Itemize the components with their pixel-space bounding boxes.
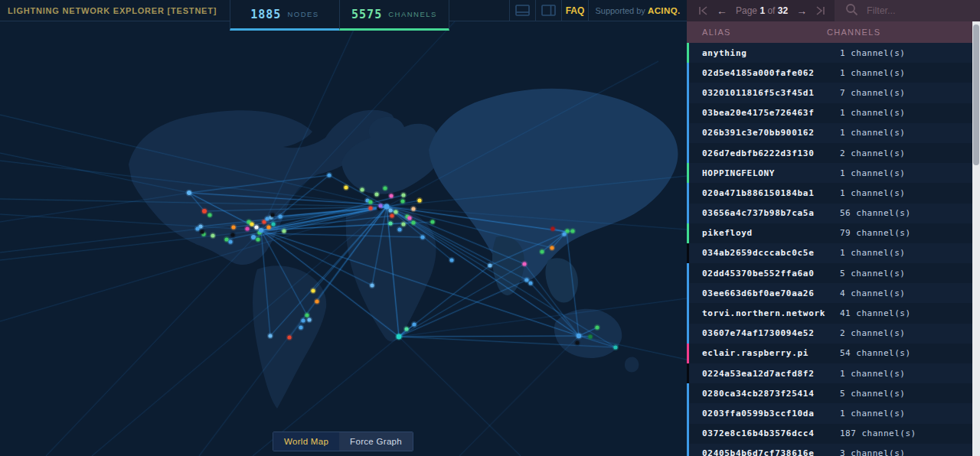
table-row[interactable]: torvi.northern.network 41 channel(s) [687, 303, 980, 323]
channels-count: 5575 [351, 8, 382, 21]
node-channel-count: 56 channel(s) [840, 208, 911, 218]
node-channel-count: 41 channel(s) [840, 308, 911, 318]
table-row[interactable]: 020a471b886150184ba1 1 channel(s) [687, 183, 980, 203]
node-channel-count: 1 channel(s) [840, 369, 905, 379]
toggle-side-panel-button[interactable] [535, 0, 561, 21]
table-row[interactable]: 03ee663d6bf0ae70aa26 4 channel(s) [687, 283, 980, 303]
top-actions: FAQ Supported by ACINQ. [509, 0, 687, 21]
split-vertical-icon [541, 5, 556, 16]
table-row[interactable]: 02dd45370be552ffa6a0 5 channel(s) [687, 263, 980, 283]
node-channel-count: 5 channel(s) [840, 269, 905, 278]
node-alias: 03ee663d6bf0ae70aa26 [689, 288, 840, 298]
node-alias: torvi.northern.network [689, 308, 840, 318]
node-channel-count: 1 channel(s) [840, 68, 905, 78]
scrollbar-thumb[interactable] [973, 24, 979, 165]
node-channel-count: 2 channel(s) [840, 148, 905, 158]
first-page-button[interactable] [698, 6, 708, 15]
filter-box [835, 0, 980, 21]
node-channel-count: 1 channel(s) [840, 409, 905, 419]
node-alias: 026d7edbfb6222d3f130 [689, 148, 840, 158]
node-channel-count: 79 channel(s) [840, 228, 911, 238]
alias-column-header: ALIAS [687, 28, 827, 37]
node-channel-count: 187 channel(s) [840, 428, 916, 438]
channels-column-header: CHANNELS [827, 28, 880, 37]
table-row[interactable]: 03607e74af1730094e52 2 channel(s) [687, 324, 980, 344]
page-title: LIGHTNING NETWORK EXPLORER [TESTNET] [0, 6, 217, 15]
node-alias: 0224a53ea12d7acfd8f2 [689, 369, 840, 379]
table-row[interactable]: 03656a4c737b98b7ca5a 56 channel(s) [687, 204, 980, 223]
prev-page-button[interactable]: ← [717, 5, 727, 16]
node-channel-count: 1 channel(s) [840, 128, 905, 138]
supported-by-label: Supported by [595, 6, 645, 15]
table-row[interactable]: 0203ffa0599b3ccf10da 1 channel(s) [687, 403, 980, 423]
node-alias: 03607e74af1730094e52 [689, 328, 840, 338]
total-pages: 32 [778, 5, 788, 16]
nodes-label: NODES [287, 10, 318, 18]
last-page-button[interactable] [815, 6, 825, 15]
faq-link[interactable]: FAQ [561, 0, 588, 21]
table-row[interactable]: eclair.raspberry.pi 54 channel(s) [687, 344, 980, 363]
node-alias: 03bea20e4175e726463f [689, 108, 840, 118]
node-alias: 02d5e4185a000fafe062 [689, 68, 840, 78]
node-alias: HOPPINGFELONY [689, 168, 840, 178]
table-row[interactable]: 0224a53ea12d7acfd8f2 1 channel(s) [687, 363, 980, 383]
view-switcher: World Map Force Graph [273, 432, 413, 451]
network-stats: 1885 NODES 5575 CHANNELS [230, 0, 449, 31]
node-alias: 02dd45370be552ffa6a0 [689, 269, 840, 278]
node-channel-count: 3 channel(s) [840, 448, 905, 456]
world-map[interactable] [0, 0, 687, 456]
panel-scrollbar[interactable] [972, 21, 980, 456]
pagination-bar: ← Page 1 of 32 → [687, 0, 980, 21]
page-indicator: Page 1 of 32 [736, 5, 788, 16]
acinq-link[interactable]: ACINQ. [648, 6, 681, 15]
pagination-controls: ← Page 1 of 32 → [687, 0, 835, 21]
tab-force-graph[interactable]: Force Graph [339, 432, 413, 451]
table-row[interactable]: HOPPINGFELONY 1 channel(s) [687, 163, 980, 183]
node-channel-count: 1 channel(s) [840, 248, 905, 258]
tab-world-map[interactable]: World Map [273, 432, 339, 451]
node-channel-count: 1 channel(s) [840, 108, 905, 118]
current-page: 1 [760, 5, 765, 16]
table-row[interactable]: 0280ca34cb2873f25414 5 channel(s) [687, 383, 980, 403]
node-alias: 03201011816f5c3f45d1 [689, 88, 840, 98]
node-alias: 0203ffa0599b3ccf10da [689, 409, 840, 419]
search-icon [845, 3, 858, 19]
table-row[interactable]: 026d7edbfb6222d3f130 2 channel(s) [687, 143, 980, 163]
table-row[interactable]: 02405b4b6d7cf738616e 3 channel(s) [687, 444, 980, 456]
node-alias: pikefloyd [689, 228, 840, 238]
node-alias: 034ab2659dcccabc0c5e [689, 248, 840, 258]
table-row[interactable]: anything 1 channel(s) [687, 43, 980, 63]
node-alias: 02405b4b6d7cf738616e [689, 448, 840, 456]
channels-label: CHANNELS [388, 10, 437, 18]
lightning-explorer-app: LIGHTNING NETWORK EXPLORER [TESTNET] 188… [0, 0, 980, 456]
table-row[interactable]: 02d5e4185a000fafe062 1 channel(s) [687, 63, 980, 83]
node-channel-count: 5 channel(s) [840, 389, 905, 399]
node-channel-count: 7 channel(s) [840, 88, 905, 98]
node-table: anything 1 channel(s) 02d5e4185a000fafe0… [687, 43, 980, 456]
table-header: ALIAS CHANNELS [687, 21, 980, 43]
node-channel-count: 1 channel(s) [840, 188, 905, 198]
table-row[interactable]: 03201011816f5c3f45d1 7 channel(s) [687, 83, 980, 103]
node-alias: 0372e8c16b4b3576dcc4 [689, 428, 840, 438]
nodes-count: 1885 [250, 8, 281, 21]
node-channel-count: 2 channel(s) [840, 328, 905, 338]
node-alias: 0280ca34cb2873f25414 [689, 389, 840, 399]
node-alias: anything [689, 48, 840, 58]
table-row[interactable]: 03bea20e4175e726463f 1 channel(s) [687, 103, 980, 123]
filter-input[interactable] [865, 5, 968, 17]
channels-stat[interactable]: 5575 CHANNELS [339, 0, 449, 31]
node-channel-count: 54 channel(s) [840, 348, 911, 358]
next-page-button[interactable]: → [796, 5, 807, 16]
table-row[interactable]: 0372e8c16b4b3576dcc4 187 channel(s) [687, 424, 980, 444]
node-alias: 026b391c3e70bb900162 [689, 128, 840, 138]
table-row[interactable]: 034ab2659dcccabc0c5e 1 channel(s) [687, 243, 980, 263]
node-alias: eclair.raspberry.pi [689, 348, 840, 358]
table-row[interactable]: 026b391c3e70bb900162 1 channel(s) [687, 123, 980, 143]
supported-by: Supported by ACINQ. [588, 0, 687, 21]
map-pane: LIGHTNING NETWORK EXPLORER [TESTNET] 188… [0, 0, 687, 456]
node-channel-count: 4 channel(s) [840, 288, 905, 298]
node-alias: 020a471b886150184ba1 [689, 188, 840, 198]
nodes-stat[interactable]: 1885 NODES [230, 0, 339, 31]
toggle-bottom-panel-button[interactable] [509, 0, 535, 21]
table-row[interactable]: pikefloyd 79 channel(s) [687, 223, 980, 243]
